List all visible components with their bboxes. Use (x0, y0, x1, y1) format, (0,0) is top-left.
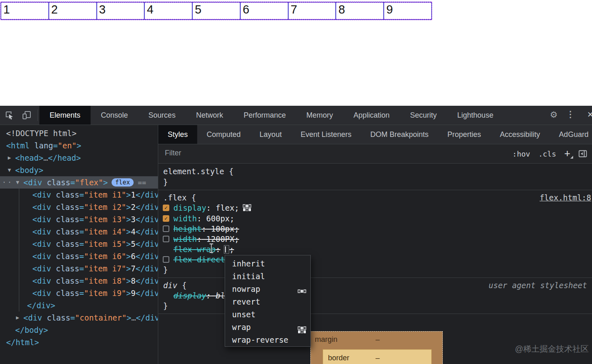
more-options-icon[interactable]: ⋮ (566, 109, 575, 119)
suggestion-item[interactable]: inherit (225, 257, 310, 270)
inline-value-editor[interactable] (224, 245, 229, 254)
dom-tree-row[interactable]: <div class="item i9">9</div> (0, 287, 158, 299)
dom-tree-row[interactable]: <div class="item i3">3</div> (0, 213, 158, 225)
tab-lighthouse[interactable]: Lighthouse (447, 106, 503, 125)
tab-memory[interactable]: Memory (296, 106, 343, 125)
flex-item: 3 (96, 2, 145, 20)
dom-tree-row[interactable]: </div> (0, 299, 158, 312)
box-model-margin[interactable]: margin – border – (310, 331, 443, 364)
suggestion-item[interactable]: initial (225, 270, 310, 283)
code-token: 7 (131, 264, 135, 273)
tab-sources[interactable]: Sources (138, 106, 186, 125)
flex-item: 2 (48, 2, 97, 20)
css-property-row[interactable]: display: block; (158, 291, 592, 301)
box-model-margin-value[interactable]: – (376, 335, 380, 344)
code-token: > (103, 178, 108, 187)
code-token: <div (23, 178, 47, 187)
css-property-row[interactable]: flex-direction (158, 255, 592, 265)
sidebar-tab-styles[interactable]: Styles (158, 125, 197, 144)
rule-selector[interactable]: element.style { (158, 166, 592, 177)
tab-security[interactable]: Security (400, 106, 447, 125)
sidebar-tab-properties[interactable]: Properties (438, 125, 490, 144)
dom-tree-row[interactable]: <div class="item i7">7</div> (0, 262, 158, 275)
css-property-row[interactable]: display: flex; (158, 203, 592, 214)
sidebar-tab-accessibility[interactable]: Accessibility (490, 125, 549, 144)
property-checkbox[interactable] (163, 256, 169, 263)
css-property-row[interactable]: width: 1200PX; (158, 234, 592, 244)
dom-tree-row[interactable]: <div class="item i1">1</div> (0, 189, 158, 201)
code-token: class (56, 202, 79, 212)
property-value: 1200PX; (202, 234, 239, 243)
chevron-down-icon[interactable]: ▼ (16, 176, 19, 189)
new-style-rule-button[interactable]: + (565, 148, 570, 159)
property-checkbox[interactable] (163, 225, 169, 232)
dom-tree-row[interactable]: ▼<body> (0, 164, 158, 176)
css-property-row[interactable]: height: 100px; (158, 224, 592, 234)
dom-tree-row[interactable]: <div class="item i6">6</div> (0, 250, 158, 262)
rule-selector[interactable]: .flex { (158, 193, 592, 203)
property-checkbox[interactable] (163, 236, 169, 242)
inspect-element-button[interactable] (4, 110, 15, 121)
toggle-device-toolbar-button[interactable] (21, 110, 32, 121)
css-property-row[interactable]: flex-wrap:; (158, 244, 592, 255)
suggestion-item[interactable]: unset (225, 308, 310, 321)
property-name: width (173, 234, 197, 243)
tab-performance[interactable]: Performance (233, 106, 296, 125)
dom-tree-row[interactable]: <div class="item i5">5</div> (0, 238, 158, 250)
dom-tree-row[interactable]: <html lang="en"> (0, 139, 158, 152)
suggestion-item[interactable]: revert (225, 296, 310, 308)
toggle-sidebar-icon[interactable] (578, 150, 587, 157)
dom-tree-row[interactable]: ▶<head>…</head> (0, 152, 158, 164)
code-token: </div> (136, 239, 158, 248)
close-devtools-icon[interactable]: ✕ (587, 110, 592, 119)
code-token: </div> (136, 215, 158, 224)
suggestion-item[interactable]: wrap-reverse (225, 334, 310, 346)
suggestion-item[interactable]: nowrap (225, 283, 310, 296)
dom-tree-row[interactable]: ▶<div class="container">…</div> (0, 312, 158, 324)
property-value: 100px; (206, 224, 239, 233)
dom-tree-row[interactable]: </body> (0, 324, 158, 336)
sidebar-tab-event-listeners[interactable]: Event Listeners (291, 125, 361, 144)
flex-item: 7 (288, 2, 337, 20)
tab-network[interactable]: Network (186, 106, 233, 125)
settings-gear-icon[interactable]: ⚙ (550, 110, 558, 120)
tab-application[interactable]: Application (343, 106, 400, 125)
tab-elements[interactable]: Elements (39, 106, 91, 125)
property-checkbox[interactable] (163, 215, 169, 222)
code-token: = (79, 276, 84, 285)
sidebar-tab-computed[interactable]: Computed (197, 125, 250, 144)
sidebar-tab-dom-breakpoints[interactable]: DOM Breakpoints (361, 125, 438, 144)
toggle-classes-button[interactable]: .cls (538, 150, 556, 158)
dom-tree-row[interactable]: <div class="item i8">8</div> (0, 275, 158, 287)
dom-tree-row[interactable]: <div class="item i2">2</div> (0, 201, 158, 213)
suggestion-item[interactable]: wrap (225, 321, 310, 334)
chevron-down-icon[interactable]: ▼ (8, 164, 11, 176)
code-token: "container" (75, 313, 127, 322)
chevron-right-icon[interactable]: ▶ (16, 312, 19, 324)
box-model-border-value[interactable]: – (376, 354, 380, 362)
dom-tree-row[interactable]: <div class="item i4">4</div> (0, 225, 158, 238)
code-token: > (77, 141, 81, 150)
tab-console[interactable]: Console (91, 106, 138, 125)
sidebar-tab-layout[interactable]: Layout (250, 125, 291, 144)
box-model-border[interactable]: border – (323, 349, 432, 364)
style-rule: div {user agent stylesheetdisplay: block… (158, 278, 592, 314)
toolbar-divider (37, 109, 38, 121)
code-token: "item i6" (84, 252, 126, 261)
stylesheet-link[interactable]: flex.html:8 (540, 193, 591, 203)
row-actions-dots[interactable]: ·· (2, 176, 13, 189)
toggle-hover-state-button[interactable]: :hov (512, 150, 530, 158)
css-property-row[interactable]: width: 600px; (158, 214, 592, 224)
flex-editor-button[interactable] (243, 203, 251, 214)
dom-tree-row[interactable]: <!DOCTYPE html> (0, 127, 158, 139)
chevron-right-icon[interactable]: ▶ (8, 152, 11, 164)
dom-tree-row[interactable]: ··▼<div class="flex">flex== (0, 176, 158, 189)
property-checkbox[interactable] (163, 205, 169, 211)
property-name: display (173, 203, 206, 212)
flex-badge[interactable]: flex (112, 178, 134, 187)
code-token: <div (32, 239, 56, 248)
filter-input[interactable]: Filter (165, 149, 181, 157)
devtools-panel: ElementsConsoleSourcesNetworkPerformance… (0, 106, 592, 364)
sidebar-tab-adguard[interactable]: AdGuard (549, 125, 592, 144)
dom-tree-row[interactable]: </html> (0, 336, 158, 348)
